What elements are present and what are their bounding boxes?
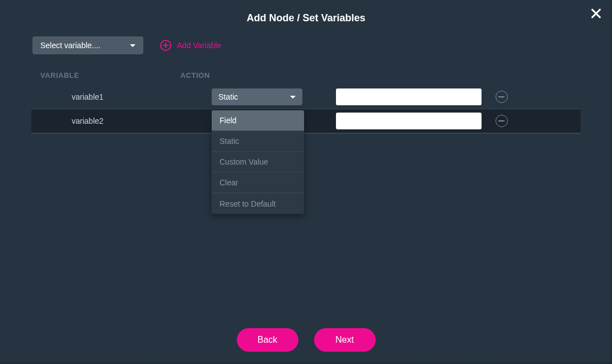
decorative-shadow: [609, 0, 612, 364]
decorative-shadow: [0, 361, 612, 364]
remove-row-button[interactable]: [496, 115, 508, 127]
header-action: ACTION: [180, 71, 210, 80]
action-dropdown-menu: Field Static Custom Value Clear Reset to…: [212, 110, 304, 214]
table-row: variable2 Field Static Custom Value Clea…: [31, 109, 581, 133]
dropdown-item-field[interactable]: Field: [212, 110, 304, 131]
table-row: variable1 Static: [31, 85, 581, 109]
action-select[interactable]: Static: [212, 88, 302, 105]
modal-title: Add Node / Set Variables: [0, 0, 612, 36]
value-input[interactable]: [336, 88, 482, 105]
next-button[interactable]: Next: [314, 328, 376, 352]
add-variable-label: Add Variable: [177, 41, 221, 50]
action-select-value: Static: [218, 92, 238, 101]
variable-name: variable1: [72, 92, 212, 101]
back-button[interactable]: Back: [237, 328, 298, 352]
chevron-down-icon: [130, 44, 136, 47]
add-circle-icon: [160, 40, 171, 51]
chevron-down-icon: [290, 96, 296, 99]
variable-name: variable2: [72, 116, 212, 125]
close-icon[interactable]: ✕: [589, 6, 603, 22]
remove-row-button[interactable]: [496, 91, 508, 103]
select-variable-placeholder: Select variable....: [40, 41, 100, 50]
value-input[interactable]: [336, 113, 482, 129]
select-variable-dropdown[interactable]: Select variable....: [32, 36, 143, 54]
dropdown-item-static[interactable]: Static: [212, 131, 304, 152]
add-variable-button[interactable]: Add Variable: [160, 40, 221, 51]
header-variable: VARIABLE: [40, 71, 180, 80]
dropdown-item-clear[interactable]: Clear: [212, 172, 304, 193]
dropdown-item-reset[interactable]: Reset to Default: [212, 193, 304, 214]
dropdown-item-custom-value[interactable]: Custom Value: [212, 152, 304, 172]
